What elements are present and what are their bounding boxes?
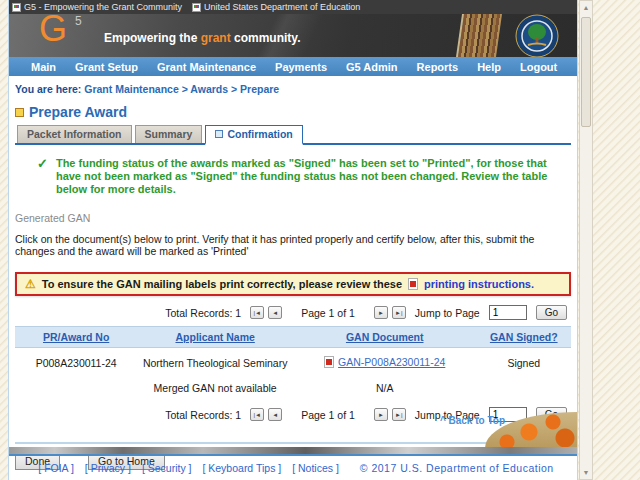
last-page-button[interactable]: ►| — [392, 306, 406, 319]
footer-link-label: Privacy — [91, 462, 125, 474]
bracket: [ — [292, 462, 295, 474]
pdf-icon — [324, 356, 334, 368]
window-title-2: United States Department of Education — [192, 2, 360, 12]
footer-link-label: Notices — [298, 462, 333, 474]
pdf-icon — [408, 278, 418, 290]
vertical-scrollbar[interactable]: ▲ ▼ — [579, 0, 593, 480]
bracket: ] — [71, 462, 74, 474]
tab-confirmation[interactable]: Confirmation — [205, 125, 302, 145]
bracket: [ — [85, 462, 88, 474]
print-instruction-text: Click on the document(s) below to print.… — [15, 233, 571, 257]
nav-reports[interactable]: Reports — [417, 61, 459, 73]
printing-instructions-link[interactable]: printing instructions. — [424, 278, 534, 290]
footer-metal-bar — [9, 447, 578, 456]
table-row: Merged GAN not available N/A — [15, 374, 571, 398]
scrollbar-thumb[interactable] — [581, 17, 591, 127]
cell-applicant: Northern Theological Seminary — [137, 348, 293, 375]
broken-image-icon — [192, 3, 201, 12]
next-page-button[interactable]: ► — [374, 306, 388, 319]
nav-payments[interactable]: Payments — [275, 61, 327, 73]
cell-award-no — [15, 374, 137, 398]
window-title-2-label: United States Department of Education — [204, 2, 360, 12]
title-strip: G5 - Empowering the Grant Community Unit… — [9, 0, 577, 14]
bracket: [ — [202, 462, 205, 474]
table-header-row: PR/Award No Applicant Name GAN Document … — [15, 327, 571, 348]
prev-page-button[interactable]: ◄ — [268, 408, 282, 421]
bracket: ] — [128, 462, 131, 474]
cell-gan-signed — [476, 374, 571, 398]
sort-applicant-name[interactable]: Applicant Name — [175, 331, 254, 343]
first-page-button[interactable]: |◄ — [250, 306, 264, 319]
page-title-row: Prepare Award — [15, 104, 571, 120]
gan-document-link[interactable]: GAN-P008A230011-24 — [338, 356, 445, 368]
page-title-icon — [15, 108, 24, 117]
first-page-button[interactable]: |◄ — [250, 408, 264, 421]
broken-image-icon — [12, 3, 21, 12]
bracket: ] — [336, 462, 339, 474]
pagination-top: Total Records: 1 |◄ ◄ Page 1 of 1 ► ►| J… — [15, 305, 571, 320]
success-message-text: The funding status of the awards marked … — [56, 157, 567, 196]
sort-pr-award-no[interactable]: PR/Award No — [43, 331, 109, 343]
go-button[interactable]: Go — [536, 305, 567, 320]
back-to-top-link[interactable]: ^ Back to Top — [440, 415, 505, 426]
copyright-text: © 2017 U.S. Department of Education — [360, 462, 554, 474]
tagline: Empowering the grant community. — [104, 31, 300, 45]
nav-g5-admin[interactable]: G5 Admin — [346, 61, 398, 73]
g5-logo: G — [39, 14, 67, 50]
cell-award-no: P008A230011-24 — [15, 348, 137, 375]
nav-grant-maintenance[interactable]: Grant Maintenance — [157, 61, 256, 73]
success-message: ✓ The funding status of the awards marke… — [37, 157, 567, 196]
page-indicator: Page 1 of 1 — [301, 307, 355, 319]
scroll-up-icon[interactable]: ▲ — [581, 4, 591, 11]
page-nav-next-group: ► ►| — [374, 306, 406, 319]
footer-link-privacy[interactable]: [ Privacy ] — [85, 462, 131, 474]
award-results-table: PR/Award No Applicant Name GAN Document … — [15, 326, 571, 398]
footer-link-label: FOIA — [44, 462, 68, 474]
warning-banner: ⚠ To ensure the GAN mailing labels print… — [15, 272, 571, 296]
tagline-pre: Empowering the — [104, 31, 201, 45]
footer-link-label: Security — [148, 462, 186, 474]
footer-link-security[interactable]: [ Security ] — [142, 462, 192, 474]
cell-gan-signed: Signed — [476, 348, 571, 375]
page-indicator: Page 1 of 1 — [301, 409, 355, 421]
window-title-1: G5 - Empowering the Grant Community — [12, 2, 182, 12]
bracket: ] — [278, 462, 281, 474]
nav-main[interactable]: Main — [31, 61, 56, 73]
warning-text: To ensure the GAN mailing labels print c… — [42, 278, 402, 290]
page-title: Prepare Award — [29, 104, 127, 120]
tab-confirmation-label: Confirmation — [227, 128, 292, 140]
tab-packet-information[interactable]: Packet Information — [17, 125, 132, 143]
sort-gan-document[interactable]: GAN Document — [346, 331, 424, 343]
department-of-education-seal-icon — [515, 14, 559, 57]
nav-logout[interactable]: Logout — [520, 61, 557, 73]
breadcrumb-prefix: You are here: — [15, 83, 84, 95]
bookshelf-image — [456, 14, 502, 57]
g5-logo-5: 5 — [75, 14, 82, 28]
g5-header-banner: G 5 Empowering the grant community. — [9, 14, 577, 57]
footer: [ FOIA ] [ Privacy ] [ Security ] [ Keyb… — [9, 462, 578, 474]
cell-applicant: Merged GAN not available — [137, 374, 293, 398]
scroll-down-icon[interactable]: ▼ — [581, 469, 591, 476]
prev-page-button[interactable]: ◄ — [268, 306, 282, 319]
jump-to-page-input[interactable] — [489, 305, 527, 320]
footer-link-notices[interactable]: [ Notices ] — [292, 462, 339, 474]
tab-summary[interactable]: Summary — [135, 125, 203, 143]
bracket: ] — [189, 462, 192, 474]
breadcrumb: You are here: Grant Maintenance > Awards… — [15, 83, 571, 95]
page-nav-prev-group: |◄ ◄ — [250, 306, 282, 319]
page-nav-prev-group: |◄ ◄ — [250, 408, 282, 421]
footer-link-keyboard-tips[interactable]: [ Keyboard Tips ] — [202, 462, 281, 474]
last-page-button[interactable]: ►| — [392, 408, 406, 421]
page-content: You are here: Grant Maintenance > Awards… — [9, 83, 577, 470]
sort-gan-signed[interactable]: GAN Signed? — [490, 331, 558, 343]
total-records-label: Total Records: 1 — [165, 409, 241, 421]
generated-gan-label: Generated GAN — [15, 212, 571, 224]
breadcrumb-path: Grant Maintenance > Awards > Prepare — [84, 83, 279, 95]
nav-grant-setup[interactable]: Grant Setup — [75, 61, 138, 73]
next-page-button[interactable]: ► — [374, 408, 388, 421]
footer-link-foia[interactable]: [ FOIA ] — [38, 462, 74, 474]
jump-to-page-label: Jump to Page — [415, 307, 480, 319]
total-records-label: Total Records: 1 — [165, 307, 241, 319]
table-row: P008A230011-24 Northern Theological Semi… — [15, 348, 571, 375]
nav-help[interactable]: Help — [477, 61, 501, 73]
